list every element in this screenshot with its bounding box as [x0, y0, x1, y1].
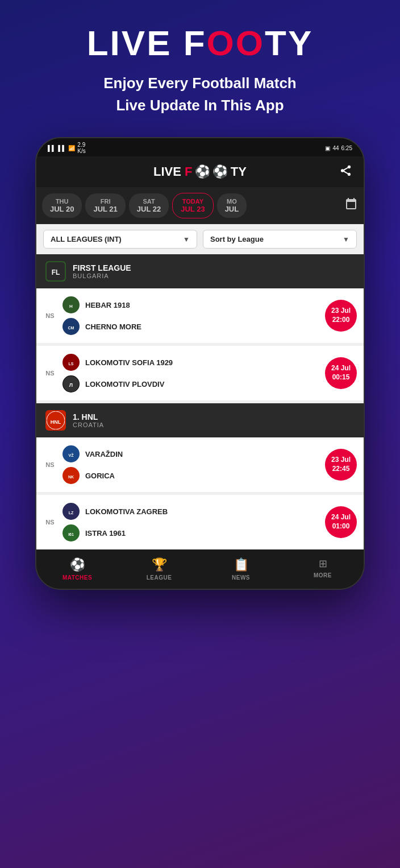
team-logo-loko-sofia: LS — [63, 354, 80, 371]
team-logo-cherno: CM — [63, 318, 80, 335]
matches-icon: ⚽ — [70, 557, 85, 572]
wifi-icon: 📶 — [68, 145, 75, 151]
league-filter-chevron: ▼ — [183, 235, 190, 243]
svg-text:FL: FL — [52, 268, 60, 276]
team-logo-istra: I61 — [63, 524, 80, 542]
match-item-loko-zagreb-istra[interactable]: NS LZ LOKOMOTIVA ZAGREB I6 — [36, 495, 364, 549]
home-team-loko-zagreb: LZ LOKOMOTIVA ZAGREB — [63, 503, 319, 520]
speed-display: 2.9 K/s — [77, 142, 85, 154]
team-logo-hebar: H — [63, 296, 80, 313]
home-team-loko-sofia: LS LOKOMOTIV SOFIA 1929 — [63, 354, 319, 371]
svg-text:H: H — [69, 304, 73, 309]
status-bar: ▌▌ ▌▌ 📶 2.9 K/s ▣ 44 6:25 — [36, 138, 364, 156]
league-header-bulgaria: FL FIRST LEAGUE BULGARIA — [36, 254, 364, 288]
bottom-nav: ⚽ MATCHES 🏆 LEAGUE 📋 NEWS ⊞ MORE — [36, 552, 364, 589]
sort-filter-button[interactable]: Sort by League ▼ — [203, 230, 357, 249]
match-item-varazdin-gorica[interactable]: NS VŽ VARAŽDIN NK — [36, 437, 364, 493]
news-icon: 📋 — [234, 557, 249, 572]
signal-icon-1: ▌▌ — [48, 145, 56, 151]
date-tab-thu[interactable]: THU JUL 20 — [42, 193, 82, 218]
svg-text:VŽ: VŽ — [69, 453, 74, 457]
calendar-icon[interactable] — [344, 197, 358, 214]
league-info-bulgaria: FIRST LEAGUE BULGARIA — [73, 263, 131, 279]
app-logo: LIVE F ⚽ ⚽ TY — [153, 164, 247, 179]
battery-level: 44 — [332, 145, 339, 151]
more-icon: ⊞ — [319, 557, 327, 570]
svg-text:LZ: LZ — [69, 511, 74, 515]
match-teams-hebar-cherno: H HEBAR 1918 CM CHERNO MORE — [63, 296, 319, 335]
match-time-varazdin: 23 Jul 22:45 — [325, 449, 357, 481]
match-time-loko: 24 Jul 00:15 — [325, 357, 357, 389]
league-header-croatia: HNL 1. HNL CROATIA — [36, 403, 364, 437]
team-logo-gorica: NK — [63, 467, 80, 484]
team-logo-varazdin: VŽ — [63, 445, 80, 462]
nav-item-news[interactable]: 📋 NEWS — [200, 557, 282, 581]
home-team-varazdin: VŽ VARAŽDIN — [63, 445, 319, 462]
status-left: ▌▌ ▌▌ 📶 2.9 K/s — [48, 142, 86, 154]
league-filter-button[interactable]: ALL LEAGUES (INT) ▼ — [43, 230, 197, 249]
share-button[interactable] — [340, 164, 352, 180]
svg-text:Л: Л — [69, 382, 73, 388]
match-time-hebar-cherno: 23 Jul 22:00 — [325, 300, 357, 332]
match-teams-loko-zagreb: LZ LOKOMOTIVA ZAGREB I61 ISTRA 1961 — [63, 503, 319, 542]
nav-item-more[interactable]: ⊞ MORE — [282, 557, 364, 581]
signal-icon-2: ▌▌ — [58, 145, 66, 151]
tagline: Enjoy Every Football MatchLive Update In… — [86, 72, 314, 117]
svg-text:HNL: HNL — [51, 419, 61, 425]
away-team-cherno: CM CHERNO MORE — [63, 318, 319, 335]
team-logo-loko-plovdiv: Л — [63, 375, 80, 392]
date-tab-mon[interactable]: MO JUL — [217, 193, 247, 218]
app-header: LIVE F ⚽ ⚽ TY — [36, 156, 364, 187]
nav-item-league[interactable]: 🏆 LEAGUE — [118, 557, 200, 581]
status-right: ▣ 44 6:25 — [325, 145, 352, 151]
home-team-hebar: H HEBAR 1918 — [63, 296, 319, 313]
date-tabs: THU JUL 20 FRI JUL 21 SAT JUL 22 TODAY J… — [36, 187, 364, 224]
svg-text:CM: CM — [68, 326, 74, 330]
league-logo-bulgaria: FL — [45, 261, 66, 282]
sort-filter-label: Sort by League — [210, 235, 264, 243]
league-info-croatia: 1. HNL CROATIA — [73, 412, 104, 428]
match-teams-loko: LS LOKOMOTIV SOFIA 1929 Л LOKOMOTIV PLOV… — [63, 354, 319, 392]
nav-item-matches[interactable]: ⚽ MATCHES — [36, 557, 118, 581]
match-teams-varazdin: VŽ VARAŽDIN NK GORICA — [63, 445, 319, 484]
app-title: LIVE FOOTY — [87, 23, 314, 63]
league-filter-label: ALL LEAGUES (INT) — [51, 235, 122, 243]
match-item-loko-sofia-plovdiv[interactable]: NS LS LOKOMOTIV SOFIA 1929 — [36, 346, 364, 401]
away-team-istra: I61 ISTRA 1961 — [63, 524, 319, 542]
battery-icon: ▣ — [325, 145, 330, 151]
filter-row: ALL LEAGUES (INT) ▼ Sort by League ▼ — [36, 224, 364, 254]
phone-mockup: ▌▌ ▌▌ 📶 2.9 K/s ▣ 44 6:25 LIVE F ⚽ ⚽ TY … — [35, 137, 365, 590]
match-content: FL FIRST LEAGUE BULGARIA NS H — [36, 254, 364, 549]
match-time-loko-zagreb: 24 Jul 01:00 — [325, 506, 357, 538]
away-team-gorica: NK GORICA — [63, 467, 319, 484]
away-team-loko-plovdiv: Л LOKOMOTIV PLOVDIV — [63, 375, 319, 392]
date-tab-fri[interactable]: FRI JUL 21 — [85, 193, 125, 218]
match-item-hebar-cherno[interactable]: NS H HEBAR 1918 CM — [36, 288, 364, 344]
league-logo-croatia: HNL — [45, 410, 66, 431]
league-icon: 🏆 — [152, 557, 167, 572]
time-display: 6:25 — [341, 145, 352, 151]
sort-filter-chevron: ▼ — [343, 235, 349, 243]
date-tab-sat[interactable]: SAT JUL 22 — [129, 193, 169, 218]
date-tab-today[interactable]: TODAY JUL 23 — [172, 193, 213, 218]
svg-text:I61: I61 — [68, 532, 74, 536]
team-logo-loko-zagreb: LZ — [63, 503, 80, 520]
svg-text:NK: NK — [68, 475, 74, 479]
svg-text:LS: LS — [69, 362, 74, 366]
